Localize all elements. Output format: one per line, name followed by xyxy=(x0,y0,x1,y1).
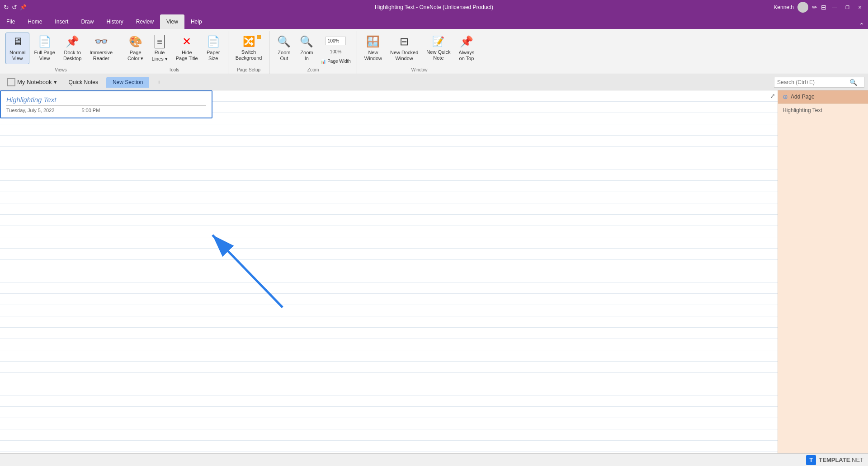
right-panel-header[interactable]: ⊕ Add Page xyxy=(778,90,868,104)
full-page-view-button[interactable]: 📄 Full PageView xyxy=(30,33,58,64)
window-buttons: 🪟 NewWindow ⊟ New DockedWindow 📝 New Qui… xyxy=(361,31,478,66)
user-avatar[interactable] xyxy=(797,2,808,13)
add-page-label: Add Page xyxy=(791,94,815,100)
views-group-label: Views xyxy=(5,66,116,74)
ribbon-group-window: 🪟 NewWindow ⊟ New DockedWindow 📝 New Qui… xyxy=(357,31,482,74)
full-page-label: Full PageView xyxy=(34,50,55,61)
zoom-buttons: 🔍 ZoomOut 🔍 ZoomIn 100% 100% 📊 Page Widt… xyxy=(273,31,353,66)
notebook-icon xyxy=(7,78,15,86)
section-tab-quick-notes[interactable]: Quick Notes xyxy=(62,77,104,88)
expand-panel-button[interactable]: ⤢ xyxy=(770,92,775,99)
immersive-label: ImmersiveReader xyxy=(90,50,113,61)
rule-lines-button[interactable]: ≡ RuleLines ▾ xyxy=(148,33,171,64)
paper-size-label: PaperSize xyxy=(207,50,220,61)
new-window-button[interactable]: 🪟 NewWindow xyxy=(361,33,386,64)
page-content: Highlighting Text Tuesday, July 5, 2022 … xyxy=(0,90,778,453)
ribbon-group-tools: 🎨 PageColor ▾ ≡ RuleLines ▾ ✕ HidePage T… xyxy=(120,31,228,74)
new-docked-label: New DockedWindow xyxy=(390,50,418,61)
page-color-label: PageColor ▾ xyxy=(127,50,143,61)
tab-draw[interactable]: Draw xyxy=(75,14,100,29)
paper-size-icon: 📄 xyxy=(207,35,220,48)
normal-view-label: NormalView xyxy=(9,50,25,61)
always-on-top-icon: 📌 xyxy=(460,35,473,48)
ribbon-group-page-setup: 🔀 SwitchBackground Page Setup xyxy=(228,31,270,74)
zoom-options: 100% 100% 📊 Page Width xyxy=(318,33,353,66)
add-page-icon: ⊕ xyxy=(783,93,788,100)
tab-insert[interactable]: Insert xyxy=(48,14,75,29)
tab-view[interactable]: View xyxy=(160,14,184,29)
hide-page-title-button[interactable]: ✕ HidePage Title xyxy=(172,33,202,64)
note-time: 5:00 PM xyxy=(81,108,100,113)
note-header-panel: Highlighting Text Tuesday, July 5, 2022 … xyxy=(0,90,212,118)
forward-button[interactable]: ↺ xyxy=(12,4,17,11)
zoom-in-label: ZoomIn xyxy=(300,50,313,61)
search-icon[interactable]: 🔍 xyxy=(849,79,857,86)
tab-history[interactable]: History xyxy=(100,14,129,29)
tab-home[interactable]: Home xyxy=(21,14,48,29)
normal-view-button[interactable]: 🖥 NormalView xyxy=(5,33,29,64)
always-on-top-button[interactable]: 📌 Alwayson Top xyxy=(455,33,478,64)
ribbon-tabs: File Home Insert Draw History Review Vie… xyxy=(0,14,868,29)
note-title: Highlighting Text xyxy=(6,96,206,106)
hide-title-label: HidePage Title xyxy=(176,50,198,61)
quick-note-icon: 📝 xyxy=(432,36,444,47)
page-setup-buttons: 🔀 SwitchBackground xyxy=(232,31,266,66)
title-bar: ↻ ↺ 📌 Highlighting Text - OneNote (Unlic… xyxy=(0,0,868,14)
zoom-in-button[interactable]: 🔍 ZoomIn xyxy=(296,33,317,64)
minimize-button[interactable]: — xyxy=(830,3,839,12)
layout-button[interactable]: ⊟ xyxy=(821,4,826,11)
tools-group-label: Tools xyxy=(124,66,224,74)
add-section-button[interactable]: + xyxy=(151,77,167,88)
search-input[interactable] xyxy=(777,79,849,85)
new-quick-note-button[interactable]: 📝 New QuickNote xyxy=(423,33,454,64)
status-bar: T TEMPLATE.NET xyxy=(0,453,868,466)
new-docked-window-button[interactable]: ⊟ New DockedWindow xyxy=(387,33,422,64)
close-button[interactable]: ✕ xyxy=(855,3,864,12)
pin-button[interactable]: 📌 xyxy=(20,4,27,10)
pen-button[interactable]: ✏ xyxy=(812,4,817,11)
arrow-annotation xyxy=(199,221,289,312)
immersive-reader-button[interactable]: 👓 ImmersiveReader xyxy=(86,33,116,64)
notebook-dropdown-icon: ▾ xyxy=(54,79,57,85)
tab-review[interactable]: Review xyxy=(130,14,160,29)
tools-buttons: 🎨 PageColor ▾ ≡ RuleLines ▾ ✕ HidePage T… xyxy=(124,31,224,66)
right-panel-page[interactable]: Highlighting Text xyxy=(778,104,868,117)
ribbon-collapse-button[interactable]: ⌃ xyxy=(859,22,864,29)
dock-icon: 📌 xyxy=(66,35,79,48)
zoom-out-label: ZoomOut xyxy=(278,50,290,61)
page-color-button[interactable]: 🎨 PageColor ▾ xyxy=(124,33,147,64)
notebook-name: My Notebook xyxy=(17,79,52,85)
page-width-button[interactable]: 📊 Page Width xyxy=(318,57,353,66)
note-date: Tuesday, July 5, 2022 xyxy=(6,108,54,113)
page-setup-label: Page Setup xyxy=(232,66,266,74)
new-window-label: NewWindow xyxy=(364,50,382,61)
switch-background-button[interactable]: 🔀 SwitchBackground xyxy=(232,33,266,64)
paper-size-button[interactable]: 📄 PaperSize xyxy=(203,33,224,64)
note-date-time: Tuesday, July 5, 2022 5:00 PM xyxy=(6,108,206,113)
zoom-select[interactable]: 100% xyxy=(326,37,346,45)
normal-view-icon: 🖥 xyxy=(12,35,23,48)
tab-file[interactable]: File xyxy=(0,14,21,29)
zoom-100-button[interactable]: 100% xyxy=(318,35,353,47)
rule-lines-icon: ≡ xyxy=(155,35,165,48)
ribbon-group-zoom: 🔍 ZoomOut 🔍 ZoomIn 100% 100% 📊 Page Widt… xyxy=(269,31,357,74)
user-name: Kenneth xyxy=(774,4,794,10)
views-buttons: 🖥 NormalView 📄 Full PageView 📌 Dock toDe… xyxy=(5,31,116,66)
section-tab-new-section[interactable]: New Section xyxy=(106,77,149,88)
zoom-100pct-button[interactable]: 100% xyxy=(318,47,353,56)
search-box[interactable]: 🔍 xyxy=(774,77,864,88)
back-button[interactable]: ↻ xyxy=(4,4,9,11)
full-page-icon: 📄 xyxy=(38,35,52,48)
template-t-icon: T xyxy=(806,455,816,465)
title-bar-right: Kenneth ✏ ⊟ — ❐ ✕ xyxy=(774,2,864,13)
notebook-title[interactable]: My Notebook ▾ xyxy=(4,76,61,88)
right-panel: ⊕ Add Page Highlighting Text xyxy=(778,90,868,453)
zoom-out-button[interactable]: 🔍 ZoomOut xyxy=(273,33,295,64)
tab-help[interactable]: Help xyxy=(184,14,208,29)
immersive-icon: 👓 xyxy=(94,35,108,48)
dock-to-desktop-button[interactable]: 📌 Dock toDesktop xyxy=(60,33,85,64)
switch-bg-icon: 🔀 xyxy=(243,36,255,47)
maximize-button[interactable]: ❐ xyxy=(843,3,852,12)
template-text: TEMPLATE.NET xyxy=(819,457,863,463)
svg-line-1 xyxy=(212,235,283,307)
